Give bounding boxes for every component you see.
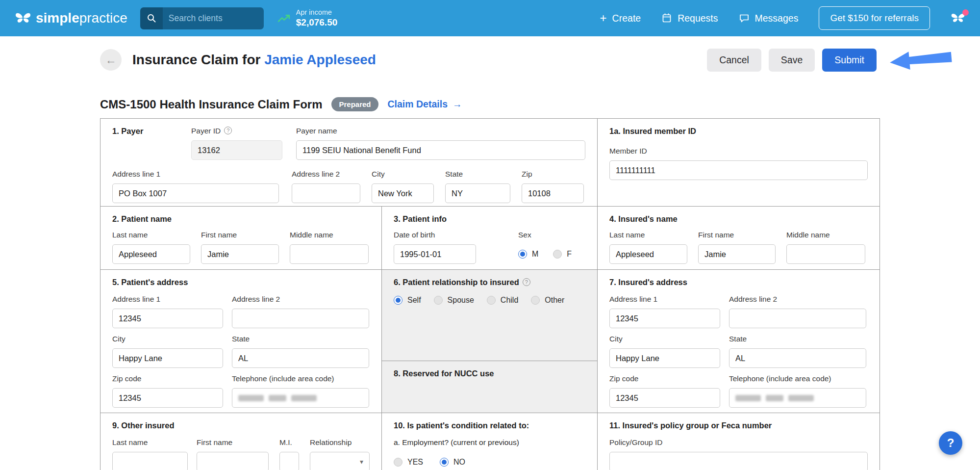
payer-address2-input[interactable] [292, 183, 360, 203]
create-label: Create [612, 13, 641, 24]
other-insured-last-name-input[interactable] [112, 452, 188, 470]
patient-zip-input[interactable] [112, 388, 223, 408]
payer-name-input[interactable] [296, 140, 585, 160]
section-title: 6. Patient relationship to insured? [394, 278, 585, 287]
insured-address1-input[interactable] [609, 309, 720, 328]
insured-last-name-input[interactable] [609, 244, 687, 264]
requests-icon [661, 13, 672, 24]
radio-unchecked-icon [434, 296, 443, 305]
redacted-value [766, 395, 783, 401]
radio-checked-icon [394, 296, 402, 305]
section-title: 7. Insured's address [609, 278, 868, 287]
brand-logo[interactable]: simplepractice [15, 10, 127, 26]
sex-female-radio[interactable]: F [553, 250, 572, 259]
cancel-button[interactable]: Cancel [707, 49, 761, 72]
help-button[interactable]: ? [939, 431, 962, 455]
field-label: Last name [112, 231, 190, 239]
redacted-value [238, 395, 264, 401]
insured-state-input[interactable] [729, 348, 866, 368]
policy-group-id-input[interactable] [609, 452, 868, 470]
patient-middle-name-input[interactable] [290, 244, 369, 264]
patient-address2-input[interactable] [232, 309, 369, 328]
relationship-other-radio[interactable]: Other [531, 296, 564, 305]
requests-button[interactable]: Requests [661, 13, 718, 24]
section-patient-info: 3. Patient info Date of birth Sex M F [382, 207, 598, 270]
save-button[interactable]: Save [769, 49, 815, 72]
info-icon[interactable]: ? [224, 127, 232, 134]
income-summary[interactable]: Apr income $2,076.50 [277, 8, 338, 28]
payer-state-input[interactable] [445, 183, 510, 203]
client-name-link[interactable]: Jamie Appleseed [264, 52, 376, 67]
field-label: Middle name [290, 231, 369, 239]
date-of-birth-input[interactable] [394, 244, 476, 264]
patient-city-input[interactable] [112, 348, 223, 368]
field-label: Zip code [609, 374, 720, 383]
relationship-self-radio[interactable]: Self [394, 296, 421, 305]
relationship-child-radio[interactable]: Child [487, 296, 518, 305]
section-title: 10. Is patient's condition related to: [394, 421, 585, 430]
patient-phone-input[interactable] [232, 388, 369, 408]
insured-phone-input[interactable] [729, 388, 866, 408]
section-insured-name: 4. Insured's name Last name First name M… [598, 207, 879, 270]
form-title-row: CMS-1500 Health Insurance Claim Form Pre… [100, 97, 980, 111]
insured-middle-name-input[interactable] [786, 244, 865, 264]
radio-checked-icon [518, 250, 527, 259]
insured-address2-input[interactable] [729, 309, 866, 328]
messages-button[interactable]: Messages [739, 13, 799, 24]
question-mark-icon: ? [947, 436, 955, 450]
radio-unchecked-icon [487, 296, 496, 305]
section-payer: 1. Payer Payer ID? Payer name Address li… [101, 119, 598, 207]
patient-first-name-input[interactable] [201, 244, 279, 264]
employment-question-label: a. Employment? (current or previous) [394, 438, 585, 447]
field-label: Payer ID? [191, 127, 282, 135]
section-insured-member-id: 1a. Insured member ID Member ID [598, 119, 879, 207]
section-patient-name: 2. Patient name Last name First name Mid… [101, 207, 382, 270]
income-trend-icon [277, 13, 291, 24]
employment-no-radio[interactable]: NO [440, 458, 465, 467]
income-label: Apr income [296, 8, 338, 16]
section-patient-relationship: 6. Patient relationship to insured? Self… [382, 270, 597, 361]
search-clients-field[interactable] [140, 7, 264, 29]
claim-details-link[interactable]: Claim Details → [388, 99, 462, 110]
payer-zip-input[interactable] [522, 183, 584, 203]
payer-city-input[interactable] [372, 183, 434, 203]
butterfly-logo-icon [15, 11, 31, 25]
payer-id-input[interactable] [191, 140, 282, 160]
section-title: 1a. Insured member ID [609, 127, 868, 136]
patient-last-name-input[interactable] [112, 244, 190, 264]
member-id-input[interactable] [609, 160, 868, 180]
section-insured-address: 7. Insured's address Address line 1 Addr… [598, 270, 879, 413]
payer-address1-input[interactable] [112, 183, 279, 203]
section-title: 3. Patient info [394, 214, 585, 224]
info-icon[interactable]: ? [523, 278, 530, 286]
patient-address1-input[interactable] [112, 309, 223, 328]
top-navbar: simplepractice Apr income $2,076.50 + [0, 0, 980, 36]
search-input[interactable] [163, 13, 256, 24]
section-condition-related: 10. Is patient's condition related to: a… [382, 413, 598, 470]
field-label: Payer name [296, 127, 585, 135]
submit-button[interactable]: Submit [822, 49, 877, 72]
field-label: Policy/Group ID [609, 438, 868, 447]
chevron-down-icon: ▾ [360, 458, 363, 466]
section-other-insured: 9. Other insured Last name First name M.… [101, 413, 382, 470]
field-label: City [112, 335, 223, 343]
back-button[interactable]: ← [100, 49, 122, 71]
messages-icon [739, 13, 750, 24]
referral-button[interactable]: Get $150 for referrals [819, 6, 930, 30]
relationship-spouse-radio[interactable]: Spouse [434, 296, 474, 305]
create-button[interactable]: + Create [600, 12, 641, 24]
other-insured-relationship-select[interactable]: ▾ [310, 452, 370, 470]
sex-male-radio[interactable]: M [518, 250, 538, 259]
notifications-butterfly-icon[interactable] [951, 12, 965, 25]
notification-dot [962, 9, 969, 16]
employment-yes-radio[interactable]: YES [394, 458, 423, 467]
insured-zip-input[interactable] [609, 388, 720, 408]
insured-city-input[interactable] [609, 348, 720, 368]
insured-first-name-input[interactable] [698, 244, 776, 264]
other-insured-mi-input[interactable] [279, 452, 299, 470]
search-icon [140, 7, 163, 29]
other-insured-first-name-input[interactable] [197, 452, 269, 470]
radio-unchecked-icon [553, 250, 562, 259]
redacted-value [291, 395, 317, 401]
patient-state-input[interactable] [232, 348, 369, 368]
